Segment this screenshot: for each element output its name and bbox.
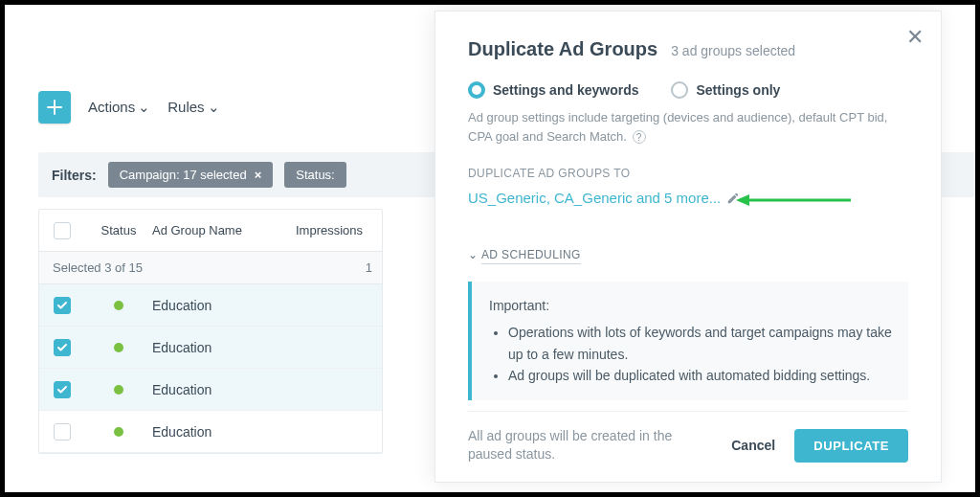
important-callout: Important: Operations with lots of keywo… <box>468 282 908 400</box>
status-dot <box>114 427 123 437</box>
ad-group-name: Education <box>152 298 296 313</box>
table-row[interactable]: Education <box>39 284 382 327</box>
target-text: US_Generic, CA_Generic and 5 more... <box>468 190 721 206</box>
close-icon[interactable]: × <box>255 168 262 182</box>
radio-settings-keywords[interactable]: Settings and keywords <box>468 81 638 99</box>
duplicate-to-header: DUPLICATE AD GROUPS TO <box>468 167 908 180</box>
modal-subtitle: 3 ad groups selected <box>671 43 795 58</box>
select-all-checkbox[interactable] <box>54 222 71 239</box>
ad-scheduling-toggle[interactable]: ⌄ AD SCHEDULING <box>468 227 908 264</box>
duplicate-button[interactable]: DUPLICATE <box>794 429 908 463</box>
callout-item: Operations with lots of keywords and tar… <box>508 322 893 365</box>
chip-text: Status: <box>296 168 334 182</box>
close-icon[interactable]: ✕ <box>906 25 924 50</box>
settings-hint: Ad group settings include targeting (dev… <box>468 108 908 146</box>
status-dot <box>114 343 123 352</box>
ad-group-name: Education <box>152 382 296 397</box>
chevron-down-icon: ⌄ <box>468 248 478 261</box>
selection-summary-row: Selected 3 of 15 1 <box>39 252 382 284</box>
duplicate-ad-groups-modal: ✕ Duplicate Ad Groups 3 ad groups select… <box>434 11 942 483</box>
modal-footer: All ad groups will be created in the pau… <box>468 411 908 464</box>
table-header: Status Ad Group Name Impressions <box>39 210 382 252</box>
target-campaigns-link[interactable]: US_Generic, CA_Generic and 5 more... <box>468 190 908 206</box>
actions-menu[interactable]: Actions⌄ <box>88 99 150 116</box>
cancel-button[interactable]: Cancel <box>731 438 775 453</box>
selection-text: Selected 3 of 15 <box>53 260 143 275</box>
footer-note: All ad groups will be created in the pau… <box>468 427 679 464</box>
status-dot <box>114 301 123 310</box>
filter-chip-status[interactable]: Status: <box>284 162 345 188</box>
rules-label: Rules <box>167 99 204 115</box>
ad-scheduling-label: AD SCHEDULING <box>481 248 581 264</box>
row-checkbox[interactable] <box>54 381 71 398</box>
chevron-down-icon: ⌄ <box>138 99 150 115</box>
chip-text: Campaign: 17 selected <box>120 168 247 182</box>
radio-icon <box>468 81 485 99</box>
svg-marker-1 <box>736 194 749 206</box>
ad-groups-table: Status Ad Group Name Impressions Selecte… <box>38 209 383 454</box>
help-icon[interactable]: ? <box>633 130 646 144</box>
col-impressions[interactable]: Impressions <box>296 223 382 237</box>
radio-settings-only[interactable]: Settings only <box>671 81 780 99</box>
modal-title-row: Duplicate Ad Groups 3 ad groups selected <box>468 38 908 60</box>
actions-label: Actions <box>88 99 135 115</box>
row-checkbox[interactable] <box>54 423 71 441</box>
callout-item: Ad groups will be duplicated with automa… <box>508 365 893 386</box>
radio-label: Settings and keywords <box>493 82 638 98</box>
table-row[interactable]: Education <box>39 369 382 411</box>
row-checkbox[interactable] <box>54 339 71 356</box>
callout-title: Important: <box>489 298 549 313</box>
col-status[interactable]: Status <box>85 223 152 237</box>
selection-right: 1 <box>366 260 382 275</box>
table-row[interactable]: Education <box>39 411 382 453</box>
table-row[interactable]: Education <box>39 327 382 369</box>
radio-icon <box>671 81 688 99</box>
col-name[interactable]: Ad Group Name <box>152 223 296 237</box>
status-dot <box>114 385 123 395</box>
filter-chip-campaign[interactable]: Campaign: 17 selected × <box>108 162 274 188</box>
add-button[interactable] <box>38 91 71 124</box>
filters-label: Filters: <box>52 168 97 183</box>
radio-label: Settings only <box>696 82 780 98</box>
row-checkbox[interactable] <box>54 297 71 314</box>
chevron-down-icon: ⌄ <box>208 99 220 115</box>
radio-group: Settings and keywords Settings only <box>468 81 908 99</box>
annotation-arrow <box>736 192 851 208</box>
rules-menu[interactable]: Rules⌄ <box>167 99 219 116</box>
modal-title: Duplicate Ad Groups <box>468 38 657 60</box>
ad-group-name: Education <box>152 340 296 355</box>
ad-group-name: Education <box>152 424 296 440</box>
